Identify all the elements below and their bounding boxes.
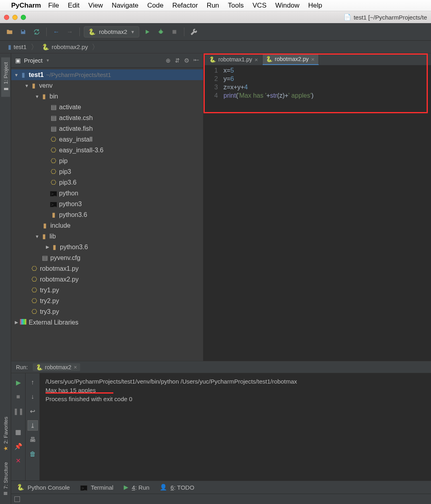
save-button[interactable] bbox=[18, 26, 29, 37]
editor-tab-robotmax2[interactable]: 🐍 robotmax2.py × bbox=[263, 54, 319, 65]
menu-navigate[interactable]: Navigate bbox=[112, 2, 138, 10]
close-icon[interactable]: × bbox=[255, 56, 258, 63]
menu-view[interactable]: View bbox=[88, 2, 103, 10]
close-button[interactable]: ✕ bbox=[13, 455, 24, 466]
menu-code[interactable]: Code bbox=[147, 2, 164, 10]
tree-file[interactable]: ⎔robotmax1.py bbox=[11, 263, 203, 274]
chevron-right-icon: 〉 bbox=[92, 42, 99, 52]
close-icon[interactable]: × bbox=[74, 364, 77, 370]
tree-file[interactable]: ⎔pip bbox=[11, 156, 203, 166]
tree-file[interactable]: ⎔robotmax2.py bbox=[11, 274, 203, 285]
up-button[interactable]: ↑ bbox=[28, 377, 38, 388]
app-name[interactable]: PyCharm bbox=[11, 2, 41, 10]
tree-folder-bin[interactable]: ▼▮bin bbox=[11, 91, 203, 102]
tree-file[interactable]: ⎔pip3 bbox=[11, 166, 203, 177]
sidebar-tab-favorites[interactable]: ★2: Favorites bbox=[1, 412, 10, 457]
tree-file[interactable]: >_python3 bbox=[11, 199, 203, 209]
tab-todo[interactable]: 👤6: TODO bbox=[160, 484, 194, 491]
tab-python-console[interactable]: 🐍Python Console bbox=[17, 484, 70, 491]
stop-button[interactable]: ■ bbox=[13, 392, 24, 402]
editor-tab-robotmax1[interactable]: 🐍 robotmax1.py × bbox=[206, 54, 263, 65]
code-editor[interactable]: 1 2 3 4 x=5 y=6 z=x+y+4 print('Max has '… bbox=[204, 65, 431, 361]
run-config-selector[interactable]: 🐍 robotmax2 ▼ bbox=[84, 26, 139, 37]
project-tree[interactable]: ▼▮ test1 ~/PycharmProjects/test1 ▼▮venv … bbox=[11, 68, 203, 361]
run-tab[interactable]: 🐍 robotmax2 × bbox=[33, 363, 80, 371]
project-icon: ▮ bbox=[2, 86, 9, 92]
minimize-window-button[interactable] bbox=[12, 15, 18, 20]
layout-button[interactable]: ▦ bbox=[13, 427, 24, 437]
window-titlebar: 📄 test1 [~/PycharmProjects/te bbox=[0, 11, 431, 23]
run-button[interactable] bbox=[142, 26, 153, 37]
collapse-button[interactable]: ⇵ bbox=[175, 57, 180, 64]
tree-file[interactable]: ⎔try2.py bbox=[11, 295, 203, 306]
sidebar-tab-structure[interactable]: ≣7: Structure bbox=[1, 457, 10, 500]
tree-file[interactable]: ⎔easy_install bbox=[11, 134, 203, 145]
close-window-button[interactable] bbox=[4, 15, 9, 20]
sidebar-tab-project[interactable]: ▮1: Project bbox=[1, 57, 10, 97]
tree-file-pyvenv[interactable]: ▤pyvenv.cfg bbox=[11, 252, 203, 263]
clear-button[interactable]: 🗑 bbox=[28, 449, 38, 459]
breadcrumb-root[interactable]: ▮ test1 bbox=[5, 43, 30, 51]
rerun-button[interactable]: ▶ bbox=[13, 377, 24, 388]
open-folder-button[interactable] bbox=[4, 26, 15, 37]
settings-wrench-button[interactable] bbox=[188, 26, 200, 37]
close-icon[interactable]: × bbox=[311, 56, 314, 63]
menu-edit[interactable]: Edit bbox=[68, 2, 79, 10]
menu-tools[interactable]: Tools bbox=[228, 2, 244, 10]
pin-button[interactable]: 📌 bbox=[13, 441, 24, 451]
tree-file[interactable]: ▤activate.fish bbox=[11, 123, 203, 134]
tree-file[interactable]: ▤activate bbox=[11, 102, 203, 112]
tree-file[interactable]: ⎔pip3.6 bbox=[11, 177, 203, 188]
tree-file[interactable]: >_python bbox=[11, 188, 203, 199]
locate-button[interactable]: ⊕ bbox=[166, 57, 171, 64]
back-button[interactable]: ← bbox=[51, 26, 62, 37]
menu-file[interactable]: File bbox=[48, 2, 59, 10]
tree-file[interactable]: ▮python3.6 bbox=[11, 209, 203, 220]
debug-button[interactable] bbox=[155, 26, 166, 37]
wrap-button[interactable]: ↩ bbox=[28, 406, 38, 416]
run-output[interactable]: /Users/yuc/PycharmProjects/test1/venv/bi… bbox=[40, 373, 431, 480]
scroll-to-end-button[interactable]: ⤓ bbox=[28, 420, 38, 431]
tab-run[interactable]: ▶4: Run bbox=[124, 484, 149, 491]
chevron-down-icon[interactable]: ▼ bbox=[46, 58, 50, 63]
stop-button[interactable] bbox=[169, 26, 180, 37]
project-view-icon: ▣ bbox=[15, 57, 21, 64]
print-button[interactable]: 🖶 bbox=[28, 435, 38, 445]
tree-root[interactable]: ▼▮ test1 ~/PycharmProjects/test1 bbox=[11, 69, 203, 80]
down-button[interactable]: ↓ bbox=[28, 392, 38, 402]
maximize-window-button[interactable] bbox=[21, 15, 26, 20]
breadcrumb-file-label: robotmax2.py bbox=[52, 43, 88, 50]
tree-root-path: ~/PycharmProjects/test1 bbox=[46, 71, 111, 78]
status-indicator[interactable] bbox=[14, 496, 20, 502]
pause-button[interactable]: ❚❚ bbox=[13, 406, 24, 416]
tree-file[interactable]: ▤activate.csh bbox=[11, 112, 203, 123]
sidebar-tab-favorites-label: 2: Favorites bbox=[2, 417, 8, 444]
menu-run[interactable]: Run bbox=[207, 2, 219, 10]
star-icon: ★ bbox=[2, 445, 9, 452]
tree-folder-include[interactable]: ▮include bbox=[11, 220, 203, 231]
breadcrumb: ▮ test1 〉 🐍 robotmax2.py 〉 bbox=[0, 41, 431, 53]
tab-label: 4: Run bbox=[132, 484, 149, 491]
tree-file[interactable]: ⎔easy_install-3.6 bbox=[11, 145, 203, 156]
tree-folder-lib[interactable]: ▼▮lib bbox=[11, 231, 203, 242]
python-icon: 🐍 bbox=[88, 28, 96, 35]
project-panel-title[interactable]: Project bbox=[24, 57, 43, 64]
tree-file[interactable]: ⎔try1.py bbox=[11, 285, 203, 295]
menu-vcs[interactable]: VCS bbox=[253, 2, 267, 10]
tree-folder-venv[interactable]: ▼▮venv bbox=[11, 80, 203, 91]
status-bar bbox=[11, 494, 431, 504]
tab-terminal[interactable]: >_Terminal bbox=[80, 484, 113, 491]
code-lines[interactable]: x=5 y=6 z=x+y+4 print('Max has '+str(z)+… bbox=[223, 66, 431, 361]
breadcrumb-file[interactable]: 🐍 robotmax2.py bbox=[39, 43, 91, 51]
menu-window[interactable]: Window bbox=[275, 2, 299, 10]
forward-button[interactable]: → bbox=[64, 26, 75, 37]
tree-external-libraries[interactable]: ▶External Libraries bbox=[11, 317, 203, 328]
menu-refactor[interactable]: Refactor bbox=[172, 2, 198, 10]
tab-label: Terminal bbox=[91, 484, 113, 491]
gear-icon[interactable]: ⚙ bbox=[184, 57, 189, 64]
hide-button[interactable]: ⭰ bbox=[193, 57, 199, 64]
tree-folder-python36[interactable]: ▶▮python3.6 bbox=[11, 242, 203, 252]
menu-help[interactable]: Help bbox=[308, 2, 322, 10]
tree-file[interactable]: ⎔try3.py bbox=[11, 306, 203, 317]
sync-button[interactable] bbox=[31, 26, 42, 37]
